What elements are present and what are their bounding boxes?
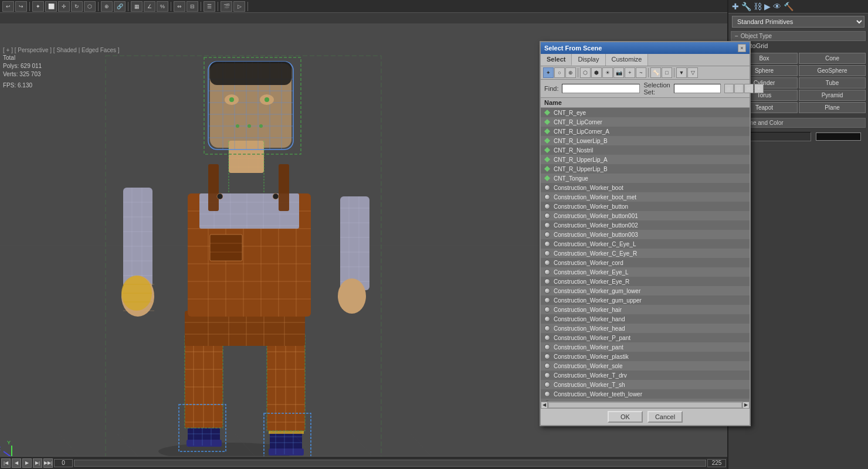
find-input[interactable] <box>562 84 640 93</box>
obj-type-cone[interactable]: Cone <box>799 53 866 64</box>
render-setup-btn[interactable]: 🎬 <box>221 1 232 12</box>
rotate-btn[interactable]: ↻ <box>71 1 83 12</box>
list-item[interactable]: Construction_Worker_hand <box>541 314 750 324</box>
list-item[interactable]: CNT_R_LipCorner <box>541 117 750 127</box>
sep6 <box>218 2 218 11</box>
set-icon-4[interactable]: ▼ <box>754 84 764 93</box>
pivot-btn[interactable]: ⊕ <box>101 1 113 12</box>
list-item[interactable]: Construction_Worker_teeth_lower <box>541 389 750 399</box>
shape-btn[interactable]: ⬢ <box>591 67 602 78</box>
list-item[interactable]: Construction_Worker_cord <box>541 258 750 267</box>
spacewarp-btn[interactable]: ~ <box>636 67 646 78</box>
tab-select[interactable]: Select <box>541 54 572 66</box>
tab-customize[interactable]: Customize <box>606 54 649 66</box>
light-btn[interactable]: ☀ <box>602 67 613 78</box>
list-item[interactable]: Construction_Worker_button <box>541 202 750 211</box>
dialog-titlebar[interactable]: Select From Scene × <box>541 42 750 54</box>
timeline-prev-btn[interactable]: ◀ <box>12 458 21 468</box>
list-item[interactable]: CNT_R_LipCorner_A <box>541 127 750 136</box>
ok-button[interactable]: OK <box>608 411 643 423</box>
camera-btn[interactable]: 📷 <box>613 67 624 78</box>
list-item[interactable]: CNT_R_Nostril <box>541 145 750 155</box>
list-item[interactable]: Construction_Worker_Eye_R <box>541 277 750 286</box>
timeline-start-btn[interactable]: |◀ <box>1 458 11 468</box>
cancel-button[interactable]: Cancel <box>647 411 683 423</box>
list-item[interactable]: Construction_Worker_plastik <box>541 352 750 361</box>
none-btn[interactable]: ○ <box>554 67 565 78</box>
layers-btn[interactable]: ☰ <box>204 1 215 12</box>
list-item[interactable]: CNT_R_UpperLip_B <box>541 164 750 174</box>
list-item[interactable]: Construction_Worker_hair <box>541 305 750 314</box>
invert-btn[interactable]: ⊕ <box>565 67 576 78</box>
snap-btn[interactable]: ▦ <box>131 1 143 12</box>
list-item[interactable]: Construction_Worker_gum_lower <box>541 286 750 295</box>
list-item[interactable]: Construction_Worker_button001 <box>541 211 750 220</box>
timeline-end-btn[interactable]: ▶▶| <box>43 458 53 468</box>
list-item[interactable]: Construction_Worker_button002 <box>541 220 750 230</box>
obj-type-tube[interactable]: Tube <box>799 77 866 89</box>
set-icon-2[interactable]: ⊟ <box>734 84 744 93</box>
list-item[interactable]: Construction_Worker_boot <box>541 183 750 192</box>
helper-btn[interactable]: + <box>625 67 635 78</box>
angle-snap-btn[interactable]: ∠ <box>144 1 155 12</box>
fps-display: FPS: 6.130 <box>3 82 32 89</box>
mirror-btn[interactable]: ⇔ <box>174 1 185 12</box>
timeline-play-btn[interactable]: ▶ <box>22 458 32 468</box>
list-item[interactable]: Construction_Worker_Eye_L <box>541 267 750 277</box>
timeline-frame-input[interactable]: 0 <box>54 459 73 467</box>
render-btn[interactable]: ▷ <box>233 1 245 12</box>
select-btn[interactable]: ✦ <box>32 1 44 12</box>
link-btn[interactable]: 🔗 <box>114 1 126 12</box>
list-item[interactable]: CNT_R_LowerLip_B <box>541 136 750 145</box>
list-item[interactable]: Construction_Worker_sole <box>541 361 750 371</box>
move-btn[interactable]: ✛ <box>58 1 70 12</box>
set-icon-1[interactable]: ⊞ <box>724 84 734 93</box>
bones-btn[interactable]: 🦴 <box>650 67 661 78</box>
hscroll-track[interactable] <box>549 403 741 407</box>
redo-btn[interactable]: ↪ <box>15 1 27 12</box>
list-item[interactable]: Construction_Worker_C_Eye_R <box>541 249 750 258</box>
primitives-dropdown[interactable]: Standard Primitives <box>732 16 864 28</box>
geom-btn[interactable]: ⬡ <box>580 67 591 78</box>
list-item[interactable]: CNT_Tongue <box>541 174 750 183</box>
dialog-hscrollbar[interactable]: ◀ ▶ <box>541 401 750 408</box>
list-item[interactable]: CNT_R_eye <box>541 108 750 117</box>
dialog-object-list[interactable]: CNT_R_eyeCNT_R_LipCornerCNT_R_LipCorner_… <box>541 108 750 401</box>
timeline-bar[interactable] <box>74 460 706 467</box>
groups-btn[interactable]: □ <box>662 67 672 78</box>
list-item[interactable]: Construction_Worker_head <box>541 324 750 333</box>
select-region-btn[interactable]: ⬜ <box>45 1 57 12</box>
timeline-next-btn[interactable]: ▶| <box>33 458 42 468</box>
object-type-header[interactable]: − Object Type <box>731 31 866 41</box>
select-filter-btn[interactable]: ▽ <box>687 67 698 78</box>
undo-btn[interactable]: ↩ <box>2 1 14 12</box>
list-item[interactable]: Construction_Worker_C_Eye_L <box>541 239 750 249</box>
percent-snap-btn[interactable]: % <box>157 1 168 12</box>
timeline-frame-end[interactable]: 225 <box>707 459 726 467</box>
hscroll-right-btn[interactable]: ▶ <box>742 402 750 409</box>
set-icon-3[interactable]: ⊠ <box>744 84 754 93</box>
name-color-header[interactable]: − Name and Color <box>731 118 866 128</box>
list-item[interactable]: Construction_Worker_gum_upper <box>541 295 750 305</box>
align-btn[interactable]: ⊟ <box>187 1 198 12</box>
display-filter-btn[interactable]: ▼ <box>676 67 687 78</box>
list-item[interactable]: Construction_Worker_T_drv <box>541 371 750 380</box>
dialog-close-button[interactable]: × <box>738 44 746 52</box>
list-item[interactable]: Construction_Worker_teeth_upper <box>541 399 750 401</box>
list-item[interactable]: Construction_Worker_button003 <box>541 230 750 239</box>
list-item[interactable]: CNT_R_UpperLip_A <box>541 155 750 164</box>
scale-btn[interactable]: ⬡ <box>84 1 96 12</box>
obj-type-plane[interactable]: Plane <box>799 102 866 113</box>
obj-type-pyramid[interactable]: Pyramid <box>799 90 866 101</box>
hscroll-left-btn[interactable]: ◀ <box>541 402 548 409</box>
all-btn[interactable]: ✦ <box>543 67 554 78</box>
list-item[interactable]: Construction_Worker_P_pant <box>541 333 750 342</box>
list-item[interactable]: Construction_Worker_boot_met <box>541 192 750 202</box>
selection-set-input[interactable] <box>674 84 721 93</box>
list-item-icon <box>543 240 551 248</box>
tab-display[interactable]: Display <box>572 54 605 66</box>
list-item[interactable]: Construction_Worker_T_sh <box>541 380 750 389</box>
list-item[interactable]: Construction_Worker_pant <box>541 342 750 352</box>
color-swatch[interactable] <box>816 132 861 141</box>
obj-type-geosphere[interactable]: GeoSphere <box>799 65 866 76</box>
